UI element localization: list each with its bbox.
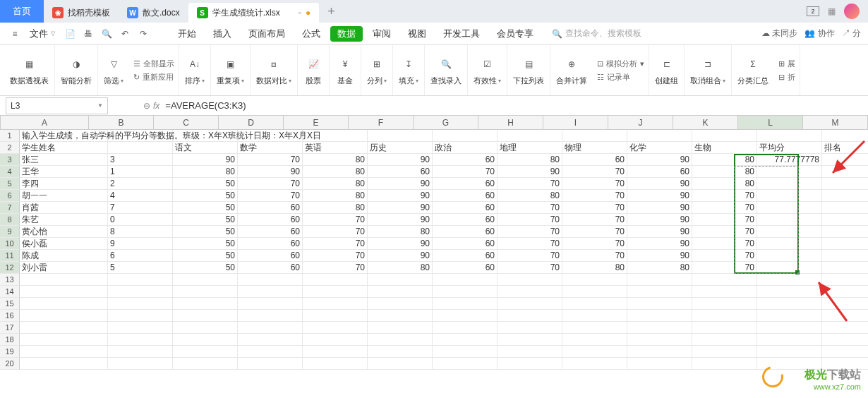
unsync-button[interactable]: ☁ 未同步 <box>761 28 797 40</box>
cell[interactable]: 80 <box>368 226 433 238</box>
column-header[interactable]: D <box>219 116 284 129</box>
row-header[interactable]: 7 <box>0 202 20 214</box>
cell[interactable]: 60 <box>238 262 303 274</box>
ungroup-button[interactable]: ⊐取消组合▾ <box>685 45 732 95</box>
cell[interactable]: 60 <box>562 154 627 166</box>
compare-button[interactable]: ⧈数据对比▾ <box>251 45 298 95</box>
cell[interactable]: 胡一一 <box>20 190 108 202</box>
smart-analysis-button[interactable]: ◑智能分析 <box>55 45 98 95</box>
merge-calc-button[interactable]: ⊕合并计算 <box>550 45 593 95</box>
cell[interactable] <box>238 286 303 298</box>
collapse-button[interactable]: ⊟折 <box>778 72 795 83</box>
stock-button[interactable]: 📈股票 <box>298 45 330 95</box>
fx-icon[interactable]: fx <box>153 101 159 111</box>
cell[interactable]: 70 <box>433 166 498 178</box>
cell[interactable]: 60 <box>433 214 498 226</box>
cell[interactable] <box>368 310 433 322</box>
cell[interactable] <box>303 358 368 370</box>
formula-input[interactable]: =AVERAGE(C3:K3) <box>159 100 868 111</box>
cell[interactable]: 70 <box>692 262 757 274</box>
cell[interactable]: 50 <box>173 190 238 202</box>
cell[interactable] <box>498 310 562 322</box>
cell[interactable] <box>757 214 822 226</box>
cell[interactable] <box>368 130 433 142</box>
cell[interactable]: 70 <box>692 202 757 214</box>
cell[interactable]: 70 <box>238 178 303 190</box>
cell[interactable]: 70 <box>303 238 368 250</box>
cell[interactable]: 70 <box>303 226 368 238</box>
cell[interactable] <box>757 130 822 142</box>
cell[interactable] <box>822 262 868 274</box>
cell[interactable] <box>173 358 238 370</box>
cell[interactable] <box>757 250 822 262</box>
cell[interactable]: 90 <box>368 202 433 214</box>
cell[interactable]: 王华 <box>20 166 108 178</box>
name-box[interactable]: L3 ▼ <box>6 97 108 114</box>
cell[interactable]: 李四 <box>20 178 108 190</box>
cell[interactable]: 70 <box>238 190 303 202</box>
cell[interactable] <box>692 322 757 334</box>
cell[interactable] <box>757 202 822 214</box>
cell[interactable] <box>757 274 822 286</box>
new-tab-button[interactable]: + <box>327 4 335 19</box>
cell[interactable]: 50 <box>173 250 238 262</box>
cell[interactable] <box>822 322 868 334</box>
cell[interactable]: 70 <box>562 202 627 214</box>
cell[interactable]: 数学 <box>238 142 303 154</box>
column-header[interactable]: G <box>414 116 478 129</box>
row-header[interactable]: 12 <box>0 262 20 274</box>
cell[interactable]: 70 <box>692 238 757 250</box>
cell[interactable] <box>822 154 868 166</box>
cell[interactable]: 3 <box>108 154 173 166</box>
cell[interactable] <box>498 334 562 346</box>
cell[interactable]: 80 <box>303 166 368 178</box>
cell[interactable]: 90 <box>173 154 238 166</box>
cell[interactable]: 英语 <box>303 142 368 154</box>
tab-doc[interactable]: W 散文.docx <box>119 3 188 23</box>
cell[interactable]: 50 <box>173 178 238 190</box>
cell[interactable]: 80 <box>303 178 368 190</box>
sort-button[interactable]: A↓排序▾ <box>179 45 211 95</box>
cell[interactable]: 8 <box>108 226 173 238</box>
row-header[interactable]: 4 <box>0 166 20 178</box>
cell[interactable] <box>692 334 757 346</box>
cell[interactable] <box>173 334 238 346</box>
column-header[interactable]: M <box>803 116 868 129</box>
cell[interactable] <box>238 298 303 310</box>
cell[interactable] <box>238 358 303 370</box>
cell[interactable] <box>368 334 433 346</box>
cell[interactable] <box>822 238 868 250</box>
preview-button[interactable]: 🔍 <box>99 26 114 42</box>
cell[interactable] <box>822 202 868 214</box>
cell[interactable]: 语文 <box>173 142 238 154</box>
cell[interactable] <box>757 286 822 298</box>
cell[interactable]: 90 <box>627 190 692 202</box>
cell[interactable]: 60 <box>433 190 498 202</box>
print-button[interactable]: 🖶 <box>80 26 96 42</box>
cell[interactable]: 70 <box>562 166 627 178</box>
cell[interactable]: 60 <box>433 226 498 238</box>
mtab-vip[interactable]: 会员专享 <box>490 23 541 45</box>
cell[interactable]: 70 <box>498 262 562 274</box>
mtab-start[interactable]: 开始 <box>171 23 203 45</box>
cell[interactable] <box>368 322 433 334</box>
tab-templates[interactable]: ❀ 找稻壳模板 <box>44 3 119 23</box>
cell[interactable] <box>108 298 173 310</box>
cell[interactable]: 黄心怡 <box>20 226 108 238</box>
cell[interactable]: 排名 <box>822 142 868 154</box>
cell[interactable]: 2 <box>108 178 173 190</box>
cell[interactable] <box>757 310 822 322</box>
cell[interactable]: 70 <box>562 226 627 238</box>
cell[interactable] <box>173 322 238 334</box>
cell[interactable]: 50 <box>173 202 238 214</box>
cell[interactable]: 60 <box>238 250 303 262</box>
cell[interactable]: 70 <box>562 238 627 250</box>
cell[interactable]: 60 <box>627 166 692 178</box>
column-header[interactable]: K <box>673 116 738 129</box>
cell[interactable] <box>562 346 627 358</box>
cell[interactable] <box>20 274 108 286</box>
cell[interactable] <box>822 130 868 142</box>
cell[interactable]: 90 <box>627 154 692 166</box>
filter-button[interactable]: ▽筛选▾ <box>98 45 129 95</box>
cell[interactable]: 60 <box>433 202 498 214</box>
